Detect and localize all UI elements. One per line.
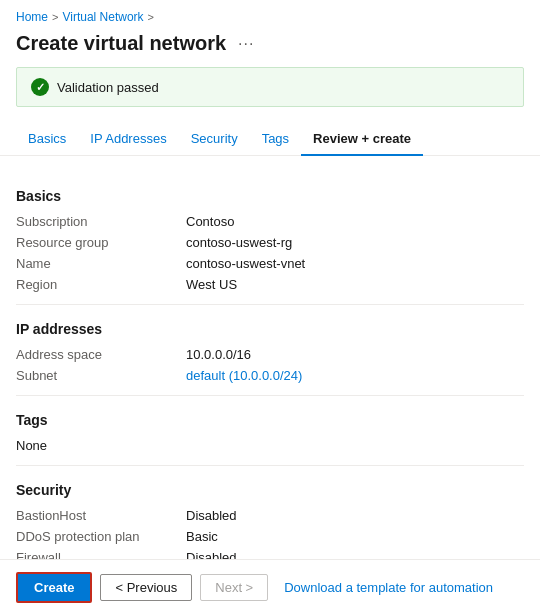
field-label-region: Region xyxy=(16,277,186,292)
ip-addresses-section-title: IP addresses xyxy=(16,321,524,337)
tabs-container: Basics IP Addresses Security Tags Review… xyxy=(0,123,540,156)
divider-2 xyxy=(16,395,524,396)
automation-link[interactable]: Download a template for automation xyxy=(284,580,493,595)
field-value-tags: None xyxy=(16,438,47,453)
tags-section-title: Tags xyxy=(16,412,524,428)
breadcrumb-separator-1: > xyxy=(52,11,58,23)
field-value-resource-group: contoso-uswest-rg xyxy=(186,235,292,250)
page-title: Create virtual network xyxy=(16,32,226,55)
field-subscription: Subscription Contoso xyxy=(16,214,524,229)
field-label-subscription: Subscription xyxy=(16,214,186,229)
field-address-space: Address space 10.0.0.0/16 xyxy=(16,347,524,362)
security-section-title: Security xyxy=(16,482,524,498)
field-value-subnet[interactable]: default (10.0.0.0/24) xyxy=(186,368,302,383)
basics-section-title: Basics xyxy=(16,188,524,204)
field-resource-group: Resource group contoso-uswest-rg xyxy=(16,235,524,250)
tab-security[interactable]: Security xyxy=(179,123,250,156)
breadcrumb: Home > Virtual Network > xyxy=(0,0,540,28)
ellipsis-button[interactable]: ··· xyxy=(234,33,258,55)
field-name: Name contoso-uswest-vnet xyxy=(16,256,524,271)
breadcrumb-separator-2: > xyxy=(148,11,154,23)
previous-button[interactable]: < Previous xyxy=(100,574,192,601)
field-label-ddos: DDoS protection plan xyxy=(16,529,186,544)
field-value-name: contoso-uswest-vnet xyxy=(186,256,305,271)
footer: Create < Previous Next > Download a temp… xyxy=(0,559,540,615)
field-value-address-space: 10.0.0.0/16 xyxy=(186,347,251,362)
breadcrumb-virtual-network[interactable]: Virtual Network xyxy=(62,10,143,24)
tab-review-create[interactable]: Review + create xyxy=(301,123,423,156)
field-value-region: West US xyxy=(186,277,237,292)
next-button: Next > xyxy=(200,574,268,601)
field-label-bastion-host: BastionHost xyxy=(16,508,186,523)
field-label-address-space: Address space xyxy=(16,347,186,362)
tab-ip-addresses[interactable]: IP Addresses xyxy=(78,123,178,156)
tab-basics[interactable]: Basics xyxy=(16,123,78,156)
field-ddos: DDoS protection plan Basic xyxy=(16,529,524,544)
page-header: Create virtual network ··· xyxy=(0,28,540,67)
breadcrumb-home[interactable]: Home xyxy=(16,10,48,24)
validation-icon xyxy=(31,78,49,96)
field-label-name: Name xyxy=(16,256,186,271)
field-tags-none: None xyxy=(16,438,524,453)
field-bastion-host: BastionHost Disabled xyxy=(16,508,524,523)
field-label-resource-group: Resource group xyxy=(16,235,186,250)
divider-3 xyxy=(16,465,524,466)
content-area: Basics Subscription Contoso Resource gro… xyxy=(0,156,540,615)
field-value-bastion-host: Disabled xyxy=(186,508,237,523)
validation-bar: Validation passed xyxy=(16,67,524,107)
field-region: Region West US xyxy=(16,277,524,292)
tab-tags[interactable]: Tags xyxy=(250,123,301,156)
create-button[interactable]: Create xyxy=(16,572,92,603)
field-value-subscription: Contoso xyxy=(186,214,234,229)
validation-text: Validation passed xyxy=(57,80,159,95)
field-label-subnet: Subnet xyxy=(16,368,186,383)
field-value-ddos: Basic xyxy=(186,529,218,544)
divider-1 xyxy=(16,304,524,305)
field-subnet: Subnet default (10.0.0.0/24) xyxy=(16,368,524,383)
